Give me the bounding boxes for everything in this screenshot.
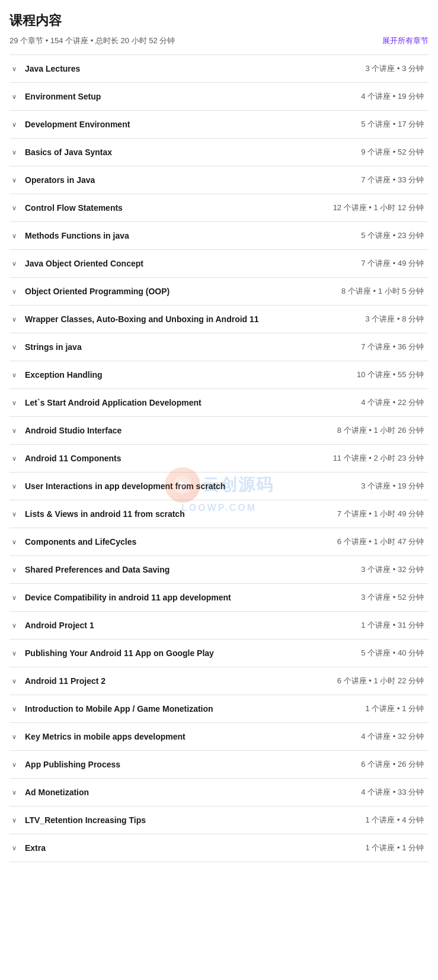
- section-title: Android 11 Project 2: [25, 676, 105, 686]
- section-title: Wrapper Classes, Auto-Boxing and Unboxin…: [25, 314, 259, 324]
- section-title: Lists & Views in android 11 from scratch: [25, 509, 185, 519]
- section-meta: 11 个讲座 • 2 小时 23 分钟: [333, 453, 424, 464]
- section-item[interactable]: ∨Components and LifeCycles6 个讲座 • 1 小时 4…: [9, 528, 429, 556]
- section-meta: 6 个讲座 • 1 小时 22 分钟: [337, 676, 424, 686]
- section-item[interactable]: ∨Operators in Java7 个讲座 • 33 分钟: [9, 166, 429, 194]
- chevron-down-icon: ∨: [12, 204, 20, 212]
- chevron-down-icon: ∨: [12, 594, 20, 602]
- section-item[interactable]: ∨Basics of Java Syntax9 个讲座 • 52 分钟: [9, 139, 429, 166]
- section-item[interactable]: ∨Strings in java7 个讲座 • 36 分钟: [9, 333, 429, 361]
- section-left: ∨Java Object Oriented Concept: [12, 259, 351, 268]
- section-title: Strings in java: [25, 342, 82, 352]
- section-meta: 5 个讲座 • 23 分钟: [361, 230, 424, 241]
- section-left: ∨Let`s Start Android Application Develop…: [12, 398, 351, 407]
- section-left: ∨Ad Monetization: [12, 788, 351, 797]
- section-title: Methods Functions in java: [25, 231, 129, 240]
- section-left: ∨Wrapper Classes, Auto-Boxing and Unboxi…: [12, 314, 356, 324]
- section-left: ∨Shared Preferences and Data Saving: [12, 565, 351, 574]
- section-item[interactable]: ∨Android Project 11 个讲座 • 31 分钟: [9, 612, 429, 640]
- section-meta: 1 个讲座 • 4 分钟: [366, 815, 424, 825]
- section-title: App Publishing Process: [25, 760, 120, 769]
- section-meta: 3 个讲座 • 19 分钟: [361, 481, 424, 491]
- chevron-down-icon: ∨: [12, 343, 20, 351]
- section-meta: 4 个讲座 • 22 分钟: [361, 397, 424, 408]
- section-item[interactable]: ∨Android Studio Interface8 个讲座 • 1 小时 26…: [9, 417, 429, 445]
- summary-text: 29 个章节 • 154 个讲座 • 总时长 20 小时 52 分钟: [9, 36, 175, 46]
- section-item[interactable]: ∨App Publishing Process6 个讲座 • 26 分钟: [9, 751, 429, 779]
- section-meta: 8 个讲座 • 1 小时 26 分钟: [337, 425, 424, 436]
- section-item[interactable]: ∨Control Flow Statements12 个讲座 • 1 小时 12…: [9, 194, 429, 222]
- chevron-down-icon: ∨: [12, 483, 20, 490]
- section-left: ∨Android 11 Components: [12, 454, 324, 463]
- section-title: Introduction to Mobile App / Game Moneti…: [25, 704, 213, 714]
- chevron-down-icon: ∨: [12, 705, 20, 713]
- section-item[interactable]: ∨Android 11 Project 26 个讲座 • 1 小时 22 分钟: [9, 667, 429, 695]
- section-title: User Interactions in app development fro…: [25, 481, 225, 491]
- section-title: Shared Preferences and Data Saving: [25, 565, 170, 574]
- section-meta: 6 个讲座 • 26 分钟: [361, 759, 424, 770]
- chevron-down-icon: ∨: [12, 371, 20, 379]
- section-left: ∨Extra: [12, 843, 356, 853]
- chevron-down-icon: ∨: [12, 566, 20, 574]
- section-item[interactable]: ∨Shared Preferences and Data Saving3 个讲座…: [9, 556, 429, 584]
- section-left: ∨Introduction to Mobile App / Game Monet…: [12, 704, 356, 714]
- section-item[interactable]: ∨Development Environment5 个讲座 • 17 分钟: [9, 111, 429, 139]
- section-meta: 12 个讲座 • 1 小时 12 分钟: [333, 203, 424, 213]
- section-meta: 8 个讲座 • 1 小时 5 分钟: [341, 286, 424, 297]
- chevron-down-icon: ∨: [12, 761, 20, 769]
- section-item[interactable]: ∨Object Oriented Programming (OOP)8 个讲座 …: [9, 278, 429, 306]
- section-item[interactable]: ∨Device Compatibility in android 11 app …: [9, 584, 429, 612]
- course-content-container: 课程内容 29 个章节 • 154 个讲座 • 总时长 20 小时 52 分钟 …: [0, 0, 438, 874]
- section-title: Android 11 Components: [25, 454, 122, 463]
- section-item[interactable]: ∨Environment Setup4 个讲座 • 19 分钟: [9, 83, 429, 111]
- page-title: 课程内容: [9, 12, 429, 30]
- chevron-down-icon: ∨: [12, 121, 20, 128]
- section-left: ∨Exception Handling: [12, 370, 347, 380]
- section-item[interactable]: ∨Android 11 Components11 个讲座 • 2 小时 23 分…: [9, 445, 429, 473]
- section-item[interactable]: ∨Wrapper Classes, Auto-Boxing and Unboxi…: [9, 306, 429, 333]
- section-left: ∨Strings in java: [12, 342, 351, 352]
- section-left: ∨Development Environment: [12, 120, 351, 129]
- chevron-down-icon: ∨: [12, 176, 20, 184]
- chevron-down-icon: ∨: [12, 650, 20, 657]
- section-left: ∨Lists & Views in android 11 from scratc…: [12, 509, 328, 519]
- chevron-down-icon: ∨: [12, 260, 20, 268]
- section-meta: 1 个讲座 • 1 分钟: [366, 843, 424, 853]
- section-title: Publishing Your Android 11 App on Google…: [25, 648, 214, 658]
- section-left: ∨LTV_Retention Increasing Tips: [12, 815, 356, 825]
- chevron-down-icon: ∨: [12, 427, 20, 435]
- section-item[interactable]: ∨Let`s Start Android Application Develop…: [9, 389, 429, 417]
- section-item[interactable]: ∨Methods Functions in java5 个讲座 • 23 分钟: [9, 222, 429, 250]
- section-item[interactable]: ∨Ad Monetization4 个讲座 • 33 分钟: [9, 779, 429, 807]
- section-left: ∨Publishing Your Android 11 App on Googl…: [12, 648, 351, 658]
- section-item[interactable]: ∨User Interactions in app development fr…: [9, 473, 429, 500]
- section-left: ∨Device Compatibility in android 11 app …: [12, 593, 351, 602]
- section-item[interactable]: ∨Key Metrics in mobile apps development4…: [9, 723, 429, 751]
- section-title: Basics of Java Syntax: [25, 147, 112, 157]
- section-left: ∨App Publishing Process: [12, 760, 351, 769]
- section-meta: 1 个讲座 • 1 分钟: [366, 703, 424, 714]
- chevron-down-icon: ∨: [12, 677, 20, 685]
- section-item[interactable]: ∨Java Lectures3 个讲座 • 3 分钟: [9, 55, 429, 83]
- section-item[interactable]: ∨Exception Handling10 个讲座 • 55 分钟: [9, 361, 429, 389]
- section-item[interactable]: ∨Introduction to Mobile App / Game Monet…: [9, 695, 429, 723]
- section-title: Let`s Start Android Application Developm…: [25, 398, 202, 407]
- summary-row: 29 个章节 • 154 个讲座 • 总时长 20 小时 52 分钟 展开所有章…: [9, 36, 429, 46]
- section-left: ∨Components and LifeCycles: [12, 537, 328, 547]
- section-item[interactable]: ∨Publishing Your Android 11 App on Googl…: [9, 640, 429, 667]
- section-title: Java Object Oriented Concept: [25, 259, 143, 268]
- section-meta: 4 个讲座 • 19 分钟: [361, 91, 424, 102]
- chevron-down-icon: ∨: [12, 844, 20, 852]
- section-item[interactable]: ∨Extra1 个讲座 • 1 分钟: [9, 834, 429, 862]
- section-meta: 4 个讲座 • 32 分钟: [361, 731, 424, 742]
- section-left: ∨Control Flow Statements: [12, 203, 324, 213]
- section-meta: 6 个讲座 • 1 小时 47 分钟: [337, 536, 424, 547]
- expand-all-link[interactable]: 展开所有章节: [382, 36, 429, 46]
- section-title: LTV_Retention Increasing Tips: [25, 815, 146, 825]
- chevron-down-icon: ∨: [12, 65, 20, 73]
- section-item[interactable]: ∨Java Object Oriented Concept7 个讲座 • 49 …: [9, 250, 429, 278]
- chevron-down-icon: ∨: [12, 93, 20, 101]
- section-item[interactable]: ∨Lists & Views in android 11 from scratc…: [9, 500, 429, 528]
- section-item[interactable]: ∨LTV_Retention Increasing Tips1 个讲座 • 4 …: [9, 807, 429, 834]
- chevron-down-icon: ∨: [12, 149, 20, 156]
